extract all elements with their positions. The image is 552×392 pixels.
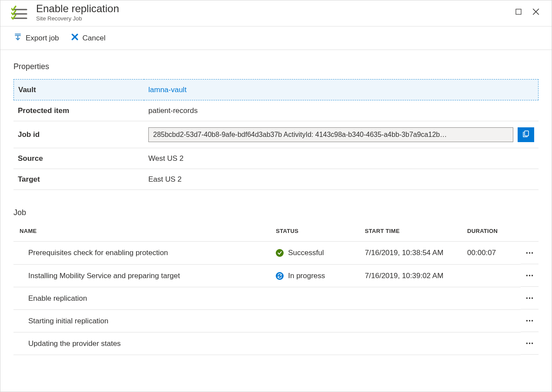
prop-label-vault: Vault bbox=[13, 79, 144, 100]
svg-point-26 bbox=[532, 342, 533, 344]
restore-button[interactable] bbox=[510, 3, 527, 20]
cancel-icon bbox=[70, 33, 79, 43]
job-start-time bbox=[361, 332, 463, 355]
toolbar: Export job Cancel bbox=[0, 27, 552, 50]
job-start-time: 7/16/2019, 10:39:02 AM bbox=[361, 264, 463, 287]
job-name: Prerequisites check for enabling protect… bbox=[13, 242, 271, 265]
job-duration bbox=[463, 287, 521, 309]
job-status: Successful bbox=[271, 242, 361, 265]
export-job-label: Export job bbox=[26, 34, 59, 43]
job-duration bbox=[463, 332, 521, 355]
vault-link[interactable]: lamna-vault bbox=[148, 86, 187, 94]
more-icon bbox=[525, 293, 534, 303]
job-start-time: 7/16/2019, 10:38:54 AM bbox=[361, 242, 463, 265]
job-duration bbox=[463, 309, 521, 332]
svg-point-20 bbox=[532, 297, 533, 299]
job-status bbox=[271, 309, 361, 332]
row-actions-button[interactable] bbox=[521, 287, 539, 309]
col-header-start[interactable]: START TIME bbox=[361, 220, 463, 242]
svg-point-12 bbox=[526, 252, 528, 253]
job-start-time bbox=[361, 287, 463, 309]
properties-grid: Vault lamna-vault Protected item patient… bbox=[13, 79, 539, 190]
prop-value-source: West US 2 bbox=[144, 148, 539, 169]
svg-point-23 bbox=[532, 320, 533, 321]
more-icon bbox=[525, 339, 534, 348]
svg-point-15 bbox=[526, 275, 528, 276]
blade-header: Enable replication Site Recovery Job bbox=[0, 0, 552, 27]
job-name: Enable replication bbox=[13, 287, 271, 309]
job-table: NAME STATUS START TIME DURATION Prerequi… bbox=[13, 220, 539, 355]
table-row[interactable]: Enable replication bbox=[13, 287, 539, 309]
job-name: Updating the provider states bbox=[13, 332, 271, 355]
row-actions-button[interactable] bbox=[521, 264, 539, 287]
row-actions-button[interactable] bbox=[521, 332, 539, 355]
svg-point-17 bbox=[532, 275, 533, 276]
table-row[interactable]: Updating the provider states bbox=[13, 332, 539, 355]
col-header-duration[interactable]: DURATION bbox=[463, 220, 521, 242]
copy-icon bbox=[522, 130, 530, 140]
job-id-field[interactable]: 285bcbd2-53d7-40b8-9afe-bdf64d3ab37b Act… bbox=[148, 127, 513, 142]
status-text: Successful bbox=[288, 249, 324, 257]
prop-label-source: Source bbox=[13, 148, 144, 169]
table-row[interactable]: Prerequisites check for enabling protect… bbox=[13, 242, 539, 265]
more-icon bbox=[525, 271, 534, 280]
header-text: Enable replication Site Recovery Job bbox=[36, 3, 119, 22]
col-header-name[interactable]: NAME bbox=[13, 220, 271, 242]
svg-point-13 bbox=[529, 252, 530, 253]
status-text: In progress bbox=[288, 272, 325, 280]
svg-point-24 bbox=[526, 342, 528, 344]
prop-label-jobid: Job id bbox=[13, 121, 144, 148]
col-header-status[interactable]: STATUS bbox=[271, 220, 361, 242]
svg-rect-11 bbox=[525, 131, 529, 136]
svg-rect-3 bbox=[516, 9, 521, 14]
prop-label-protected: Protected item bbox=[13, 100, 144, 121]
job-name: Installing Mobility Service and preparin… bbox=[13, 264, 271, 287]
more-icon bbox=[525, 248, 534, 258]
job-status bbox=[271, 287, 361, 309]
job-start-time bbox=[361, 309, 463, 332]
success-icon bbox=[276, 249, 284, 257]
job-section-title: Job bbox=[13, 208, 539, 217]
job-status: In progress bbox=[271, 264, 361, 287]
copy-job-id-button[interactable] bbox=[518, 127, 534, 142]
cancel-label: Cancel bbox=[83, 34, 106, 43]
page-title: Enable replication bbox=[36, 3, 119, 14]
table-row[interactable]: Installing Mobility Service and preparin… bbox=[13, 264, 539, 287]
more-icon bbox=[525, 316, 534, 326]
prop-label-target: Target bbox=[13, 169, 144, 190]
job-name: Starting initial replication bbox=[13, 309, 271, 332]
svg-point-18 bbox=[526, 297, 528, 299]
content: Properties Vault lamna-vault Protected i… bbox=[0, 50, 552, 368]
svg-point-19 bbox=[529, 297, 530, 299]
blade-enable-replication: Enable replication Site Recovery Job Exp… bbox=[0, 0, 552, 392]
job-duration bbox=[463, 264, 521, 287]
prop-value-protected: patient-records bbox=[144, 100, 539, 121]
page-subtitle: Site Recovery Job bbox=[36, 15, 119, 22]
row-actions-button[interactable] bbox=[521, 309, 539, 332]
job-duration: 00:00:07 bbox=[463, 242, 521, 265]
export-icon bbox=[13, 33, 22, 43]
row-actions-button[interactable] bbox=[521, 242, 539, 264]
export-job-button[interactable]: Export job bbox=[13, 33, 59, 43]
svg-point-21 bbox=[526, 320, 528, 321]
close-button[interactable] bbox=[527, 3, 545, 20]
svg-point-14 bbox=[532, 252, 533, 253]
job-icon bbox=[11, 5, 29, 23]
progress-icon bbox=[276, 272, 284, 280]
cancel-button[interactable]: Cancel bbox=[70, 33, 106, 43]
job-status bbox=[271, 332, 361, 355]
properties-title: Properties bbox=[13, 62, 539, 71]
svg-point-22 bbox=[529, 320, 530, 321]
table-row[interactable]: Starting initial replication bbox=[13, 309, 539, 332]
svg-point-16 bbox=[529, 275, 530, 276]
svg-point-25 bbox=[529, 342, 530, 344]
prop-value-target: East US 2 bbox=[144, 169, 539, 190]
